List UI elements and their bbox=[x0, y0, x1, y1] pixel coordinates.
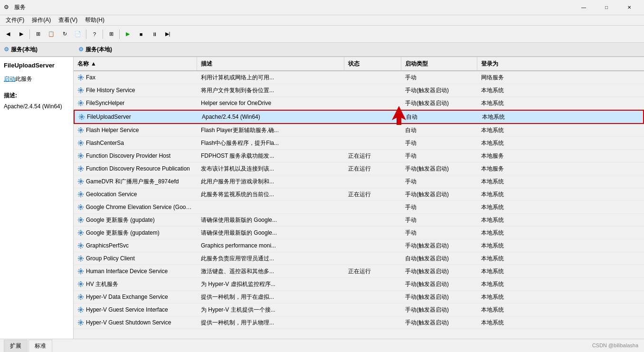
table-row[interactable]: Google Chrome Elevation Service (Googl..… bbox=[74, 201, 644, 214]
service-desc-cell: 请确保使用最新版的 Google... bbox=[197, 214, 344, 226]
menu-item-F[interactable]: 文件(F) bbox=[2, 15, 28, 25]
window-controls: — □ ✕ bbox=[573, 0, 640, 15]
service-status-cell bbox=[344, 304, 401, 316]
sidebar-header[interactable]: ⚙ 服务(本地) bbox=[0, 43, 74, 57]
svg-point-3 bbox=[79, 102, 82, 104]
svg-point-5 bbox=[79, 129, 82, 131]
title-bar: ⚙ 服务 — □ ✕ bbox=[0, 0, 644, 15]
table-row[interactable]: Hyper-V Guest Shutdown Service提供一种机制，用于从… bbox=[74, 316, 644, 329]
table-row[interactable]: Google 更新服务 (gupdate)请确保使用最新版的 Google...… bbox=[74, 214, 644, 227]
toolbar-btn-1[interactable]: ⊞ bbox=[32, 28, 44, 40]
forward-button[interactable]: ▶ bbox=[15, 28, 28, 40]
table-row[interactable]: Fax利用计算机或网络上的可用...手动网络服务 bbox=[74, 71, 644, 84]
service-login-cell: 本地系统 bbox=[477, 265, 534, 277]
service-login-cell: 本地系统 bbox=[477, 214, 534, 226]
table-row[interactable]: GameDVR 和广播用户服务_8974efd此用户服务用于游戏录制和...手动… bbox=[74, 175, 644, 188]
service-status-cell bbox=[345, 111, 402, 123]
table-row[interactable]: GraphicsPerfSvcGraphics performance moni… bbox=[74, 239, 644, 252]
table-row[interactable]: Hyper-V Guest Service Interface为 Hyper-V… bbox=[74, 304, 644, 316]
service-startup-cell: 手动 bbox=[401, 71, 477, 84]
service-name-cell: FlashCenterSa bbox=[74, 137, 197, 149]
stop-button[interactable]: ■ bbox=[135, 28, 147, 40]
service-gear-icon bbox=[77, 319, 84, 326]
service-startup-cell: 手动 bbox=[401, 175, 477, 188]
service-status-cell bbox=[344, 124, 401, 136]
restart-button[interactable]: ▶| bbox=[161, 28, 174, 40]
start-service-link[interactable]: 启动 bbox=[4, 76, 15, 82]
close-button[interactable]: ✕ bbox=[618, 0, 640, 15]
toolbar-btn-4[interactable]: 📄 bbox=[72, 28, 84, 40]
menu-item-H[interactable]: 帮助(H) bbox=[81, 15, 108, 25]
col-header-desc[interactable]: 描述 bbox=[197, 57, 344, 70]
menu-item-A[interactable]: 操作(A) bbox=[28, 15, 55, 25]
toolbar-btn-3[interactable]: ↻ bbox=[58, 28, 71, 40]
service-desc-cell: 提供一种机制，用于从物理... bbox=[197, 316, 344, 329]
table-row[interactable]: Hyper-V Data Exchange Service提供一种机制，用于在虚… bbox=[74, 291, 644, 304]
service-status-cell bbox=[344, 291, 401, 303]
title-bar-text: 服务 bbox=[14, 3, 573, 11]
menu-item-V[interactable]: 查看(V) bbox=[55, 15, 81, 25]
table-row[interactable]: Function Discovery Resource Publication发… bbox=[74, 162, 644, 175]
service-status-cell bbox=[344, 71, 401, 84]
bottom-tabs: 扩展标准 bbox=[0, 339, 644, 352]
toolbar-separator-3 bbox=[103, 29, 103, 39]
menu-bar: 文件(F)操作(A)查看(V)帮助(H) bbox=[0, 15, 644, 26]
service-startup-cell: 手动 bbox=[401, 137, 477, 149]
toolbar-btn-2[interactable]: 📋 bbox=[45, 28, 57, 40]
left-panel: FileUploadServer 启动此服务 描述: Apache/2.4.54… bbox=[0, 57, 74, 339]
service-desc-cell: Graphics performance moni... bbox=[197, 239, 344, 252]
content-split: FileUploadServer 启动此服务 描述: Apache/2.4.54… bbox=[0, 57, 644, 339]
service-status-cell bbox=[344, 252, 401, 265]
watermark: CSDN @bilibalasha bbox=[592, 342, 638, 348]
desc-value: Apache/2.4.54 (Win64) bbox=[4, 102, 69, 111]
col-header-login[interactable]: 登录为 bbox=[477, 57, 534, 70]
service-login-cell: 本地系统 bbox=[477, 84, 534, 96]
service-title: FileUploadServer bbox=[4, 61, 69, 71]
col-header-status[interactable]: 状态 bbox=[344, 57, 401, 70]
service-login-cell: 本地系统 bbox=[477, 175, 534, 188]
table-row[interactable]: File History Service将用户文件复制到备份位置...手动(触发… bbox=[74, 84, 644, 97]
table-row[interactable]: FileSyncHelperHelper service for OneDriv… bbox=[74, 97, 644, 110]
bottom-tab-扩展[interactable]: 扩展 bbox=[4, 340, 28, 352]
service-login-cell: 本地系统 bbox=[478, 111, 535, 123]
service-status-cell: 正在运行 bbox=[344, 162, 401, 175]
service-name-cell: Function Discovery Resource Publication bbox=[74, 162, 197, 175]
service-startup-cell: 手动(触发器启动) bbox=[401, 162, 477, 175]
table-row[interactable]: FlashCenterSaFlash中心服务程序，提升Fla...手动本地系统 bbox=[74, 137, 644, 150]
back-button[interactable]: ◀ bbox=[2, 28, 14, 40]
svg-point-14 bbox=[79, 244, 82, 247]
service-name-cell: Group Policy Client bbox=[74, 252, 197, 265]
maximize-button[interactable]: □ bbox=[596, 0, 617, 15]
service-name-cell: Google 更新服务 (gupdatem) bbox=[74, 227, 197, 239]
services-scroll[interactable]: Fax利用计算机或网络上的可用...手动网络服务 File History Se… bbox=[74, 71, 644, 339]
table-row[interactable]: Flash Helper ServiceFlash Player更新辅助服务,确… bbox=[74, 124, 644, 137]
play-button[interactable]: ▶ bbox=[122, 28, 134, 40]
service-name-cell: Function Discovery Provider Host bbox=[74, 150, 197, 162]
service-startup-cell: 手动(触发器启动) bbox=[401, 239, 477, 252]
toolbar-btn-6[interactable]: ⊞ bbox=[105, 28, 117, 40]
description-section: 描述: Apache/2.4.54 (Win64) bbox=[4, 91, 69, 111]
pause-button[interactable]: ⏸ bbox=[148, 28, 161, 40]
svg-point-15 bbox=[79, 257, 82, 259]
table-row[interactable]: FileUploadServerApache/2.4.54 (Win64)自动本… bbox=[74, 110, 644, 124]
table-row[interactable]: Human Interface Device Service激活键盘、遥控器和其… bbox=[74, 265, 644, 278]
service-name-text: GameDVR 和广播用户服务_8974efd bbox=[86, 178, 179, 186]
table-row[interactable]: HV 主机服务为 Hyper-V 虚拟机监控程序...手动(触发器启动)本地系统 bbox=[74, 278, 644, 291]
service-name-cell: Flash Helper Service bbox=[74, 124, 197, 136]
table-row[interactable]: Google 更新服务 (gupdatem)请确保使用最新版的 Google..… bbox=[74, 227, 644, 239]
bottom-tab-标准[interactable]: 标准 bbox=[28, 340, 52, 352]
table-row[interactable]: Function Discovery Provider HostFDPHOST … bbox=[74, 150, 644, 162]
content-gear-icon: ⚙ bbox=[78, 46, 84, 53]
col-header-name[interactable]: 名称 ▲ bbox=[74, 57, 197, 70]
toolbar-btn-5[interactable]: ? bbox=[88, 28, 101, 40]
service-status-cell bbox=[344, 201, 401, 213]
table-row[interactable]: Group Policy Client此服务负责应用管理员通过...自动(触发器… bbox=[74, 252, 644, 265]
service-name-text: File History Service bbox=[86, 87, 135, 94]
service-name-cell: Human Interface Device Service bbox=[74, 265, 197, 277]
start-link-suffix: 此服务 bbox=[15, 76, 32, 82]
table-row[interactable]: Geolocation Service此服务将监视系统的当前位...正在运行手动… bbox=[74, 188, 644, 201]
service-login-cell: 本地系统 bbox=[477, 124, 534, 136]
minimize-button[interactable]: — bbox=[573, 0, 595, 15]
col-header-startup[interactable]: 启动类型 bbox=[401, 57, 477, 70]
service-login-cell: 本地系统 bbox=[477, 252, 534, 265]
